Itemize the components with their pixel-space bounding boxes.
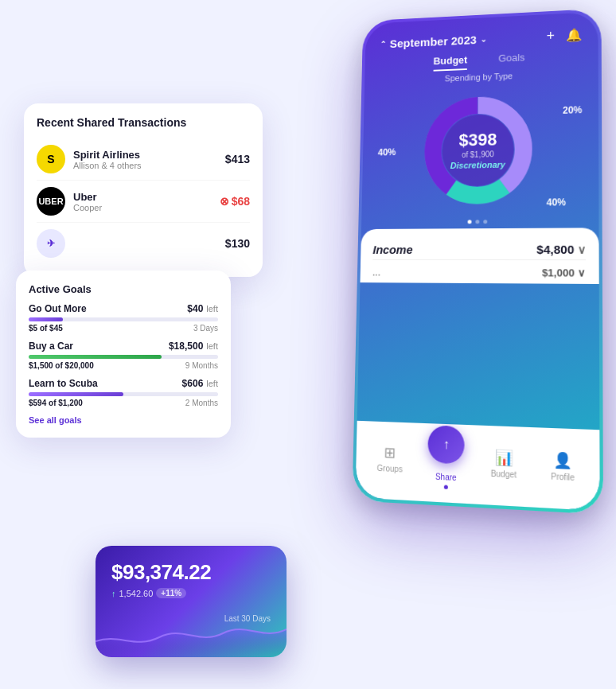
income2-label: ... [372,267,381,278]
goal-name: Go Out More [29,303,87,314]
goal-row: Buy a Car $18,500 left [29,341,218,352]
dot-3[interactable] [483,220,487,224]
income-row-2: ... $1,000 ∨ [372,259,586,279]
income-label: Income [372,243,412,256]
phone-screen: ⌃ September 2023 ⌄ + 🔔 Budget Goals Spen… [355,12,599,511]
tx-info: Uber Cooper [73,191,102,212]
goal-name: Buy a Car [29,341,73,352]
goals-title: Active Goals [29,283,218,295]
portfolio-amount: $93,374.22 [111,560,271,585]
tx-left: UBER Uber Cooper [37,187,102,216]
goal-sub-left: $594 of $1,200 [29,399,83,407]
income-row: Income $4,800 ∨ [372,239,586,260]
phone-card-section: Income $4,800 ∨ ... $1,000 ∨ [361,228,599,284]
goal-sub-row: $1,500 of $20,000 9 Months [29,361,218,370]
goal-left-label: left [206,379,218,388]
transactions-title: Recent Shared Transactions [37,116,250,129]
donut-pct-right: 20% [563,104,582,116]
list-item: Buy a Car $18,500 left $1,500 of $20,000… [29,341,218,370]
phone-mockup: ⌃ September 2023 ⌄ + 🔔 Budget Goals Spen… [353,9,603,515]
goal-bar-fill [29,317,63,321]
transactions-card: Recent Shared Transactions S Spirit Airl… [24,103,263,277]
chevron-up-icon: ⌃ [380,40,387,49]
dot-1[interactable] [467,220,471,224]
list-item: Learn to Scuba $606 left $594 of $1,200 … [29,378,218,407]
profile-icon: 👤 [554,450,572,469]
goal-bar-bg [29,392,218,396]
goal-sub-left: $5 of $45 [29,324,63,333]
donut-pct-left: 40% [378,147,396,158]
nav-groups[interactable]: ⊞ Groups [370,442,409,473]
nav-groups-label: Groups [377,463,403,473]
portfolio-card: $93,374.22 ↑ 1,542.60 +11% Last 30 Days [96,546,287,657]
uber-logo: UBER [37,187,65,216]
goal-row: Go Out More $40 left [29,303,218,314]
tx-amount: $130 [225,237,250,250]
goals-card: Active Goals Go Out More $40 left $5 of … [16,271,231,438]
goal-sub-right: 2 Months [185,399,218,407]
chevron-down-icon: ⌄ [481,35,487,44]
list-item: Go Out More $40 left $5 of $45 3 Days [29,303,218,333]
goal-sub-left: $1,500 of $20,000 [29,361,94,370]
bell-icon[interactable]: 🔔 [566,27,582,42]
tx-amount: $413 [225,153,250,165]
table-row: S Spirit Airlines Allison & 4 others $41… [37,138,250,181]
tx-amount-cancelled: ⊗ $68 [220,195,250,208]
goal-sub-row: $5 of $45 3 Days [29,324,218,333]
portfolio-change: ↑ 1,542.60 +11% [111,588,271,598]
income-amount: $4,800 ∨ [536,243,586,256]
tab-goals[interactable]: Goals [498,52,525,69]
nav-profile[interactable]: 👤 Profile [542,450,584,482]
goal-bar-bg [29,317,218,321]
nav-share-label: Share [435,472,457,482]
table-row: UBER Uber Cooper ⊗ $68 [37,181,250,223]
goal-name: Learn to Scuba [29,378,98,389]
portfolio-change-pct: +11% [156,588,186,598]
nav-budget[interactable]: 📊 Budget [483,447,524,479]
goal-sub-right: 3 Days [193,324,218,333]
phone-shell: ⌃ September 2023 ⌄ + 🔔 Budget Goals Spen… [353,9,603,515]
cancel-icon: ⊗ [220,195,229,208]
share-button[interactable]: ↑ [428,425,466,464]
tx-sub: Cooper [73,203,102,212]
tx-name: Uber [73,191,102,203]
nav-profile-label: Profile [551,471,575,481]
table-row: ✈ $130 [37,223,250,264]
share-icon: ↑ [443,437,450,452]
see-all-goals-link[interactable]: See all goals [29,415,218,425]
goal-bar-fill [29,392,123,396]
goal-row: Learn to Scuba $606 left [29,378,218,389]
donut-of-label: of $1,900 [450,150,505,159]
third-logo: ✈ [37,229,65,258]
up-arrow-icon: ↑ [111,589,116,598]
goal-amount: $606 [182,378,204,389]
income2-amount: $1,000 ∨ [542,267,586,279]
add-icon[interactable]: + [547,28,556,45]
goal-bar-fill [29,355,162,359]
portfolio-change-value: 1,542.60 [119,589,154,598]
dot-2[interactable] [475,220,479,224]
goal-amount: $18,500 [169,341,203,352]
goal-sub-right: 9 Months [185,361,218,370]
donut-amount: $398 [450,130,505,149]
donut-category: Discretionary [450,159,505,169]
tx-left: S Spirit Airlines Allison & 4 others [37,145,142,173]
tx-info: Spirit Airlines Allison & 4 others [73,149,142,170]
goal-sub-row: $594 of $1,200 2 Months [29,399,218,407]
tab-budget[interactable]: Budget [433,54,467,72]
tx-sub: Allison & 4 others [73,161,142,170]
donut-pct-bottom: 40% [547,197,567,208]
donut-center: $398 of $1,900 Discretionary [450,130,505,169]
tx-name: Spirit Airlines [73,149,142,161]
goal-bar-bg [29,355,218,359]
income-chevron-icon[interactable]: ∨ [578,243,586,255]
goal-left-label: left [206,341,218,351]
nav-share[interactable]: ↑ Share [426,431,466,490]
goal-left-label: left [206,304,218,313]
budget-icon: 📊 [495,448,513,467]
donut-chart: $398 of $1,900 Discretionary 40% 20% 40% [369,80,591,217]
portfolio-wave-chart [96,609,287,657]
tx-left: ✈ [37,229,73,258]
month-label: ⌃ September 2023 ⌄ [380,33,486,50]
nav-active-dot [444,485,448,489]
